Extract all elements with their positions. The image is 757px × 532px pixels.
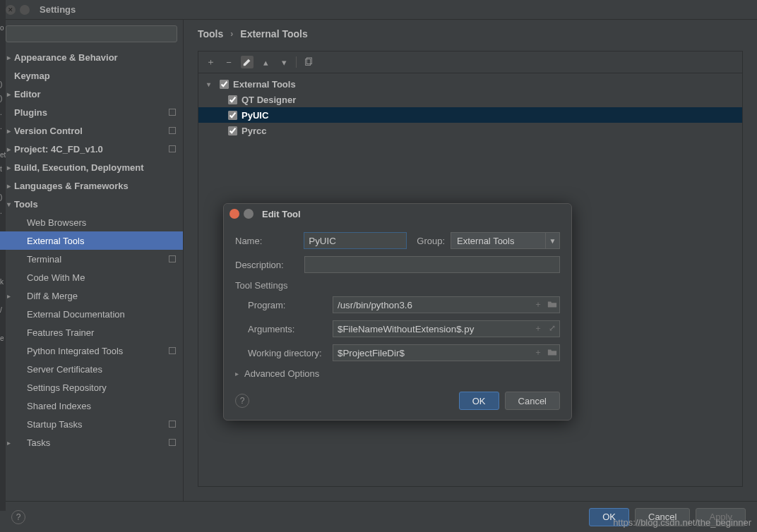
tree-item-checkbox[interactable]: [228, 95, 237, 104]
sidebar-item-settings-repository[interactable]: Settings Repository: [0, 378, 183, 397]
sidebar-item-code-with-me[interactable]: Code With Me: [0, 268, 183, 286]
tree-item-checkbox[interactable]: [228, 126, 237, 135]
dialog-minimize-icon[interactable]: [244, 209, 254, 219]
dialog-titlebar: Edit Tool: [224, 204, 571, 224]
project-scope-icon: [169, 109, 176, 116]
tree-item-label: QT Designer: [242, 95, 296, 105]
sidebar-item-plugins[interactable]: Plugins: [0, 103, 183, 121]
sidebar-item-label: Python Integrated Tools: [27, 346, 123, 356]
sidebar-item-features-trainer[interactable]: Features Trainer: [0, 323, 183, 341]
help-button[interactable]: ?: [11, 510, 25, 524]
tree-item-pyuic[interactable]: PyUIC: [198, 107, 742, 123]
expand-icon[interactable]: ⤢: [547, 323, 557, 333]
watermark: https://blog.csdn.net/the_beginner: [613, 517, 751, 528]
sidebar-item-label: Settings Repository: [27, 382, 107, 393]
sidebar-item-appearance-behavior[interactable]: Appearance & Behavior: [0, 48, 183, 66]
program-label: Program:: [235, 300, 333, 310]
insert-macro-icon[interactable]: ＋: [533, 347, 543, 357]
sidebar-item-label: External Tools: [27, 236, 84, 246]
move-down-button[interactable]: ▾: [278, 56, 290, 68]
tree-item-checkbox[interactable]: [228, 111, 237, 120]
sidebar-item-diff-merge[interactable]: Diff & Merge: [0, 286, 183, 305]
sidebar-item-editor[interactable]: Editor: [0, 85, 183, 103]
chevron-right-icon: [4, 127, 13, 135]
dialog-help-button[interactable]: ?: [235, 394, 249, 408]
move-up-button[interactable]: ▴: [259, 56, 272, 68]
edit-tool-dialog: Edit Tool Name: Group: External Tools ▼ …: [223, 203, 572, 421]
sidebar-item-keymap[interactable]: Keymap: [0, 66, 183, 85]
window-title: Settings: [40, 4, 76, 15]
arguments-input[interactable]: [333, 320, 560, 337]
group-value: External Tools: [457, 236, 514, 246]
sidebar-item-version-control[interactable]: Version Control: [0, 121, 183, 140]
tree-item-qt-designer[interactable]: QT Designer: [204, 92, 737, 107]
toolbar-separator: [296, 56, 297, 68]
sidebar-item-terminal[interactable]: Terminal: [0, 250, 183, 268]
dialog-close-icon[interactable]: [230, 209, 239, 219]
tools-tree: External Tools QT DesignerPyUICPyrcc: [198, 73, 742, 141]
chevron-right-icon: [4, 145, 13, 153]
group-checkbox[interactable]: [220, 80, 229, 89]
browse-folder-icon[interactable]: [547, 299, 557, 309]
panel-toolbar: ＋ − ▴ ▾: [198, 52, 742, 73]
remove-button[interactable]: −: [222, 56, 235, 68]
group-label: Group:: [417, 236, 445, 246]
sidebar-item-label: Server Certificates: [27, 364, 102, 375]
insert-macro-icon[interactable]: ＋: [533, 299, 543, 309]
sidebar-item-web-browsers[interactable]: Web Browsers: [0, 213, 183, 231]
group-label: External Tools: [233, 79, 296, 90]
sidebar-item-external-documentation[interactable]: External Documentation: [0, 305, 183, 323]
chevron-right-icon: [4, 182, 13, 190]
sidebar-item-build-execution-deployment[interactable]: Build, Execution, Deployment: [0, 158, 183, 176]
chevron-right-icon: [4, 292, 13, 300]
description-input[interactable]: [304, 256, 560, 273]
sidebar-item-shared-indexes[interactable]: Shared Indexes: [0, 397, 183, 415]
sidebar-item-label: Terminal: [27, 254, 61, 265]
sidebar-item-startup-tasks[interactable]: Startup Tasks: [0, 415, 183, 433]
browse-folder-icon[interactable]: [547, 347, 557, 357]
name-input[interactable]: [304, 232, 407, 249]
advanced-options-toggle[interactable]: ▸ Advanced Options: [235, 368, 560, 379]
dialog-ok-button[interactable]: OK: [459, 392, 499, 410]
group-combo[interactable]: External Tools ▼: [451, 232, 560, 249]
tree-group[interactable]: External Tools: [204, 76, 737, 92]
sidebar-item-label: Web Browsers: [27, 217, 86, 228]
sidebar-item-label: Build, Execution, Deployment: [14, 162, 143, 173]
sidebar-item-tasks[interactable]: Tasks: [0, 433, 183, 452]
edit-button[interactable]: [241, 56, 254, 68]
breadcrumb-a: Tools: [198, 28, 223, 40]
sidebar-item-server-certificates[interactable]: Server Certificates: [0, 360, 183, 378]
breadcrumb: Tools › External Tools: [184, 20, 757, 48]
description-label: Description:: [235, 260, 299, 270]
workdir-input[interactable]: [333, 344, 560, 361]
copy-button[interactable]: [302, 56, 315, 68]
tree-item-pyrcc[interactable]: Pyrcc: [204, 123, 737, 138]
tree-item-label: PyUIC: [242, 110, 268, 121]
program-input[interactable]: [333, 296, 560, 313]
tool-settings-section: Tool Settings: [235, 280, 560, 291]
add-button[interactable]: ＋: [204, 56, 217, 68]
sidebar-item-label: Code With Me: [27, 272, 85, 283]
sidebar-item-label: Version Control: [14, 126, 83, 136]
breadcrumb-b: External Tools: [240, 28, 307, 40]
sidebar-item-external-tools[interactable]: External Tools: [0, 231, 183, 250]
sidebar-item-tools[interactable]: Tools: [0, 195, 183, 213]
project-scope-icon: [169, 255, 176, 262]
sidebar-item-python-integrated-tools[interactable]: Python Integrated Tools: [0, 341, 183, 360]
chevron-down-icon: [4, 200, 13, 208]
settings-sidebar: Appearance & BehaviorKeymapEditorPlugins…: [0, 20, 184, 501]
minimize-icon[interactable]: [20, 5, 30, 15]
insert-macro-icon[interactable]: ＋: [533, 323, 543, 333]
sidebar-item-label: Languages & Frameworks: [14, 181, 129, 191]
close-icon[interactable]: ✕: [6, 5, 16, 15]
sidebar-item-label: Diff & Merge: [27, 291, 78, 301]
project-scope-icon: [169, 439, 176, 446]
sidebar-item-project-4c-fd-v1-0[interactable]: Project: 4C_FD_v1.0: [0, 140, 183, 158]
search-wrap: [0, 20, 183, 48]
sidebar-item-languages-frameworks[interactable]: Languages & Frameworks: [0, 176, 183, 195]
chevron-right-icon: ▸: [235, 370, 239, 377]
sidebar-item-label: External Documentation: [27, 309, 125, 320]
tree-item-label: Pyrcc: [242, 126, 266, 136]
search-input[interactable]: [6, 25, 177, 42]
dialog-cancel-button[interactable]: Cancel: [505, 392, 560, 410]
